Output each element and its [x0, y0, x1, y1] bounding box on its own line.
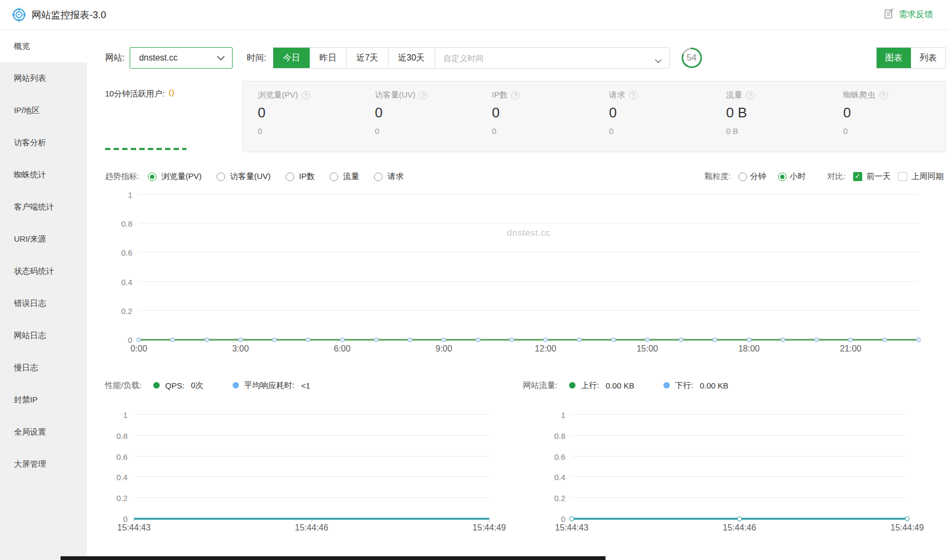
feedback-link[interactable]: 需求反馈 [884, 8, 933, 21]
sidebar-item[interactable]: 蜘蛛统计 [0, 159, 87, 191]
sidebar-item-label: URI/来源 [14, 234, 46, 244]
radio-option[interactable]: 小时 [778, 171, 806, 182]
time-range-button[interactable]: 近30天 [388, 48, 435, 68]
axis-tick-label: 0.6 [554, 452, 565, 461]
stat-title-label: IP数 [492, 90, 507, 100]
sidebar-item-label: 客户端统计 [14, 202, 54, 212]
help-icon[interactable] [879, 91, 888, 100]
horizontal-scrollbar[interactable] [61, 556, 606, 560]
help-icon[interactable] [419, 91, 428, 100]
legend-item: QPS:0次 [153, 380, 203, 391]
view-mode-button[interactable]: 图表 [877, 48, 911, 68]
custom-time-input[interactable] [435, 48, 669, 68]
refresh-countdown-value: 54 [686, 53, 697, 63]
legend-item: 平均响应耗时:<1 [233, 380, 310, 391]
trend-chart-xaxis: 0:003:006:009:0012:0015:0018:0021:00 [139, 340, 918, 356]
stat-title-label: 浏览量(PV) [258, 90, 298, 100]
sidebar-item[interactable]: 概览 [0, 30, 87, 62]
axis-tick-label: 0 [123, 514, 128, 524]
trend-chart-yaxis: 00.20.40.60.81 [87, 195, 132, 340]
axis-tick-label: 15:44:43 [555, 523, 588, 533]
sidebar-item[interactable]: 大屏管理 [0, 448, 87, 480]
axis-tick-label: 15:44:46 [723, 523, 756, 533]
help-icon[interactable] [629, 91, 638, 100]
axis-tick-label: 1 [128, 190, 132, 199]
legend-item: 下行:0.00 KB [663, 380, 729, 391]
view-mode-button[interactable]: 列表 [911, 48, 945, 68]
radio-option[interactable]: 分钟 [738, 171, 766, 182]
axis-tick-label: 1 [561, 410, 565, 420]
radio-icon [738, 173, 747, 181]
radio-option[interactable]: 流量 [330, 171, 359, 182]
granularity-label: 颗粒度: [705, 171, 731, 182]
time-range-group: 今日昨日近7天近30天 [273, 47, 670, 69]
stat-sub-value: 0 [258, 126, 360, 136]
time-range-button[interactable]: 近7天 [347, 48, 388, 68]
compare-option[interactable]: 前一天 [853, 171, 891, 182]
trend-chart-plot[interactable]: dnstest.cc [139, 195, 918, 340]
stat-card: 流量0 B0 B [711, 81, 828, 152]
traffic-legend: 网站流量: 上行:0.00 KB下行:0.00 KB [523, 379, 907, 391]
stat-title-label: 请求 [609, 90, 625, 100]
radio-icon [148, 173, 156, 181]
radio-option[interactable]: 浏览量(PV) [148, 171, 201, 182]
compare-label: 前一天 [866, 171, 891, 182]
sidebar-item[interactable]: 封禁IP [0, 384, 87, 416]
time-range-button[interactable]: 昨日 [310, 48, 347, 68]
help-icon[interactable] [746, 91, 754, 100]
radio-icon [216, 173, 225, 181]
chevron-down-icon [655, 56, 662, 65]
traffic-chart-plot[interactable] [572, 415, 907, 519]
axis-tick-label: 0.8 [116, 431, 128, 440]
help-icon[interactable] [511, 91, 520, 100]
site-select[interactable]: dnstest.cc [130, 47, 233, 69]
axis-tick-label: 21:00 [840, 344, 861, 354]
sidebar-item[interactable]: 状态码统计 [0, 255, 87, 287]
radio-option[interactable]: 请求 [374, 171, 403, 182]
sidebar-item-label: 封禁IP [14, 395, 38, 405]
view-mode-toggle: 图表列表 [876, 47, 946, 69]
compare-option[interactable]: 上周同期 [898, 171, 944, 182]
chevron-down-icon [217, 53, 225, 63]
stat-card: 蜘蛛爬虫00 [828, 81, 946, 152]
stat-card: 访客量(UV)00 [360, 81, 477, 152]
legend-value: 0.00 KB [700, 381, 728, 390]
sidebar-item[interactable]: IP/地区 [0, 94, 87, 126]
axis-tick-label: 0.2 [116, 494, 128, 503]
axis-tick-label: 0.4 [116, 473, 128, 482]
legend-value: 0次 [191, 380, 203, 391]
time-range-button[interactable]: 今日 [273, 48, 310, 68]
custom-time-picker[interactable] [435, 48, 669, 68]
sidebar-item[interactable]: URI/来源 [0, 223, 87, 255]
sidebar-item[interactable]: 慢日志 [0, 352, 87, 384]
radio-option[interactable]: IP数 [286, 171, 315, 182]
sidebar-item[interactable]: 网站列表 [0, 62, 87, 94]
radio-option[interactable]: 访客量(UV) [216, 171, 271, 182]
axis-tick-label: 15:44:43 [117, 523, 151, 533]
radio-label: 流量 [343, 171, 359, 182]
sidebar-item[interactable]: 全局设置 [0, 416, 87, 448]
active-users-block: 10分钟活跃用户:0 [87, 81, 242, 152]
feedback-label: 需求反馈 [899, 9, 933, 20]
axis-tick-label: 0.2 [121, 306, 132, 315]
axis-tick-label: 1 [123, 410, 128, 420]
main-content: 网站: dnstest.cc 时间: 今日昨日近7天近30天 [87, 30, 949, 560]
stat-value: 0 [609, 104, 712, 121]
stat-value: 0 B [726, 104, 828, 121]
stat-sub-value: 0 [609, 126, 712, 136]
active-users-value: 0 [169, 87, 175, 99]
sidebar-item-label: 概览 [14, 41, 30, 51]
radio-label: 访客量(UV) [230, 171, 271, 182]
performance-chart-plot[interactable] [134, 415, 489, 519]
axis-tick-label: 9:00 [436, 344, 452, 354]
sidebar-item[interactable]: 网站日志 [0, 319, 87, 352]
traffic-chart-yaxis: 00.20.40.60.81 [523, 415, 565, 519]
stat-card: IP数00 [477, 81, 594, 152]
stat-card: 请求00 [594, 81, 712, 152]
sidebar-item[interactable]: 客户端统计 [0, 191, 87, 223]
sidebar-item[interactable]: 错误日志 [0, 287, 87, 319]
sidebar-item[interactable]: 访客分析 [0, 126, 87, 159]
help-icon[interactable] [302, 91, 310, 100]
stat-title-label: 流量 [726, 90, 742, 100]
legend-dot-icon [233, 382, 239, 389]
